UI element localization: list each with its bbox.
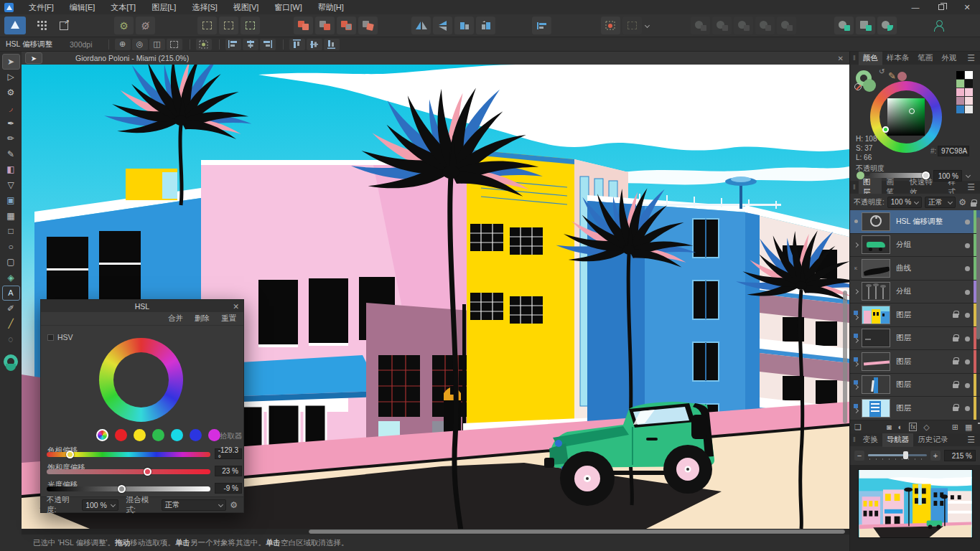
canvas-horizontal-scrollbar[interactable] bbox=[22, 529, 849, 534]
saturation-shift-value[interactable]: 23 % bbox=[215, 466, 242, 476]
align-right-button[interactable] bbox=[260, 39, 276, 50]
zoom-out-button[interactable]: − bbox=[854, 451, 864, 461]
layer-row-buildings[interactable]: 图层 bbox=[850, 303, 980, 327]
tab-transform[interactable]: 变换 bbox=[859, 433, 882, 447]
menu-text[interactable]: 文本[T] bbox=[103, 1, 144, 14]
place-image-tool[interactable]: ▣ bbox=[2, 193, 20, 209]
dialog-gear-icon[interactable]: ⚙ bbox=[230, 501, 238, 509]
flip-horizontal-button[interactable] bbox=[411, 17, 431, 34]
fill-stroke-selector[interactable] bbox=[4, 354, 18, 369]
hue-shift-knob[interactable] bbox=[66, 451, 74, 458]
crop-tool[interactable]: ▦ bbox=[2, 208, 20, 224]
style-options-button[interactable] bbox=[877, 17, 897, 34]
color-opacity-knob[interactable] bbox=[922, 171, 930, 179]
color-opacity-value[interactable]: 100 % bbox=[933, 170, 962, 182]
layer-thumbnail[interactable] bbox=[862, 399, 890, 418]
live-filter-icon[interactable]: ◇ bbox=[923, 423, 929, 432]
layer-options-icon[interactable]: ▦ bbox=[965, 423, 972, 432]
layer-thumbnail[interactable] bbox=[862, 329, 890, 347]
tab-stroke[interactable]: 笔画 bbox=[913, 52, 937, 65]
hue-shift-value[interactable]: -129.3 ° bbox=[215, 448, 242, 459]
tab-history[interactable]: 历史记录 bbox=[913, 433, 952, 447]
magenta-channel-swatch[interactable] bbox=[208, 429, 220, 441]
personas-grid-button[interactable] bbox=[32, 17, 52, 34]
panel-menu-icon[interactable]: ☰ bbox=[967, 53, 980, 63]
insert-on-top-button[interactable] bbox=[219, 17, 238, 34]
luminosity-shift-knob[interactable] bbox=[118, 485, 126, 493]
tab-appearance[interactable]: 外观 bbox=[937, 52, 961, 65]
fill-gradient-tool[interactable]: ◧ bbox=[2, 162, 20, 178]
menu-layer[interactable]: 图层[L] bbox=[144, 1, 184, 14]
fill-stroke-circles[interactable] bbox=[856, 70, 880, 92]
snapping-options-button[interactable] bbox=[622, 17, 642, 34]
style-copy-button[interactable] bbox=[834, 17, 854, 34]
panel-grip[interactable]: ‖ bbox=[850, 184, 859, 191]
mask-layer-icon[interactable]: ◙ bbox=[887, 423, 892, 431]
panel-grip[interactable]: ‖ bbox=[850, 436, 859, 443]
merge-button[interactable]: 合并 bbox=[168, 314, 183, 324]
order-forward-button[interactable] bbox=[454, 17, 474, 34]
lock-icon[interactable] bbox=[953, 407, 958, 411]
color-opacity-slider[interactable] bbox=[869, 173, 927, 178]
ellipse-tool[interactable]: ○ bbox=[2, 239, 20, 255]
luminosity-shift-slider[interactable] bbox=[47, 486, 210, 491]
color-swap-icon[interactable]: ↺ bbox=[879, 67, 885, 75]
export-persona-button[interactable]: ↗ bbox=[54, 17, 73, 34]
lock-icon[interactable] bbox=[953, 384, 958, 388]
layer-thumbnail[interactable] bbox=[862, 282, 890, 301]
layers-opacity-select[interactable]: 100 % bbox=[887, 197, 922, 208]
pen-tool[interactable]: ✒ bbox=[2, 116, 20, 131]
layer-color-tag[interactable] bbox=[974, 397, 976, 420]
visibility-dot[interactable] bbox=[965, 220, 970, 225]
restore-button[interactable] bbox=[928, 0, 954, 14]
transform-origin-button[interactable]: ⊕ bbox=[115, 39, 131, 50]
visibility-dot[interactable] bbox=[965, 406, 970, 411]
move-tool[interactable]: ➤ bbox=[2, 54, 20, 70]
navigator-preview-area[interactable] bbox=[850, 465, 980, 551]
luminosity-shift-value[interactable]: -9 % bbox=[215, 483, 242, 494]
cycle-selection-button[interactable] bbox=[196, 39, 212, 50]
menu-window[interactable]: 窗口[W] bbox=[266, 1, 310, 14]
eyedropper-icon[interactable]: ✐ bbox=[886, 72, 897, 80]
shape-tool[interactable]: ◈ bbox=[2, 270, 20, 286]
tab-color[interactable]: 颜色 bbox=[859, 52, 882, 65]
vector-brush-tool[interactable]: ✎ bbox=[2, 146, 20, 162]
document-close-icon[interactable]: ✕ bbox=[838, 55, 844, 62]
master-channel-swatch[interactable] bbox=[96, 429, 108, 441]
transform-mode-button[interactable]: ◫ bbox=[149, 39, 165, 50]
boolean-subtract-button[interactable] bbox=[315, 17, 335, 34]
layer-row-hsl-adjustment[interactable]: HSL 偏移调整 bbox=[850, 210, 980, 234]
snapping-button[interactable] bbox=[601, 17, 620, 34]
opacity-dropdown-arrow[interactable] bbox=[966, 173, 971, 178]
hsl-dialog-titlebar[interactable]: HSL ✕ bbox=[41, 300, 243, 312]
hsl-adjustment-dialog[interactable]: HSL ✕ 合并 删除 重置 HSV 拾取器 色相偏移 -129.3 ° 饱和度… bbox=[40, 299, 244, 513]
visibility-dot[interactable] bbox=[965, 266, 970, 271]
hue-ring[interactable] bbox=[99, 338, 183, 422]
visibility-dot[interactable] bbox=[965, 243, 970, 248]
hide-selection-button[interactable]: ◎ bbox=[132, 39, 148, 50]
account-button[interactable] bbox=[929, 17, 948, 34]
text-tool[interactable]: A bbox=[2, 286, 20, 301]
canvas-vertical-scrollbar[interactable] bbox=[843, 291, 847, 423]
layer-row-curve[interactable]: ĸ 曲线 bbox=[850, 257, 980, 281]
reset-button[interactable]: 重置 bbox=[221, 314, 236, 324]
layer-thumbnail[interactable] bbox=[862, 212, 890, 231]
dialog-opacity-select[interactable]: 100 % bbox=[82, 499, 118, 511]
hex-field[interactable]: 97C98A bbox=[938, 146, 969, 156]
color-picker-tool[interactable]: ✐ bbox=[2, 301, 20, 316]
delete-button[interactable]: 删除 bbox=[195, 314, 210, 324]
corner-tool[interactable]: ◞ bbox=[2, 100, 20, 116]
layer-color-tag[interactable] bbox=[974, 350, 976, 373]
boolean-add-button[interactable] bbox=[294, 17, 313, 34]
align-bottom-button[interactable] bbox=[324, 39, 340, 50]
layer-row-group-palms[interactable]: 分组 bbox=[850, 281, 980, 304]
zoom-value[interactable]: 215 % bbox=[944, 450, 976, 461]
yellow-channel-swatch[interactable] bbox=[134, 429, 146, 441]
menu-select[interactable]: 选择[S] bbox=[184, 1, 225, 14]
cyan-channel-swatch[interactable] bbox=[171, 429, 183, 441]
saturation-square[interactable] bbox=[887, 98, 925, 136]
saturation-shift-knob[interactable] bbox=[144, 468, 151, 476]
layer-effects-icon[interactable]: fx bbox=[909, 423, 917, 431]
lock-toggle[interactable] bbox=[969, 197, 976, 207]
visibility-dot[interactable] bbox=[965, 359, 970, 364]
